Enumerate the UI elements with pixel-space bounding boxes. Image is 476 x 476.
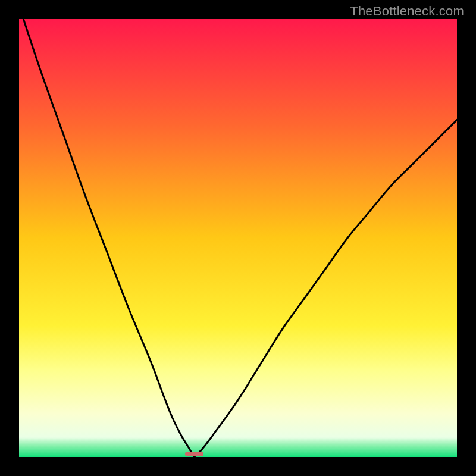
watermark-text: TheBottleneck.com: [350, 4, 464, 19]
chart-svg: [19, 19, 457, 457]
gradient-background: [19, 19, 457, 457]
plot-area: [19, 19, 457, 457]
min-marker: [185, 452, 203, 456]
outer-frame: TheBottleneck.com: [0, 0, 476, 476]
